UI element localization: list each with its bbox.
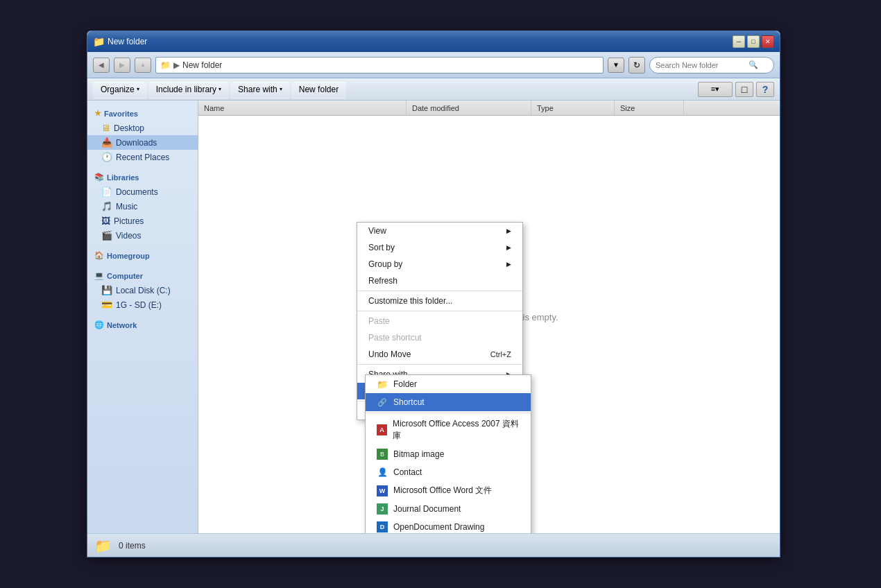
shortcut-file-icon: 🔗 — [377, 397, 388, 408]
sidebar-item-pictures[interactable]: 🖼 Pictures — [87, 214, 198, 228]
organize-arrow-icon: ▾ — [137, 86, 139, 92]
address-bar: ◀ ▶ ▲ 📁 ▶ New folder ▼ ↻ 🔍 — [87, 52, 780, 78]
status-bar: 📁 0 items — [87, 533, 780, 557]
submenu-contact[interactable]: 👤 Contact — [366, 463, 531, 481]
videos-icon: 🎬 — [101, 230, 112, 241]
sidebar-item-downloads[interactable]: 📥 Downloads — [87, 135, 198, 150]
submenu-word[interactable]: W Microsoft Office Word 文件 — [366, 481, 531, 500]
computer-icon-header: 💻 — [94, 271, 104, 280]
dropdown-button[interactable]: ▼ — [608, 58, 624, 73]
show-hide-pane-button[interactable]: □ — [735, 82, 753, 97]
sidebar-item-recent-places[interactable]: 🕐 Recent Places — [87, 150, 198, 164]
sidebar-item-videos[interactable]: 🎬 Videos — [87, 228, 198, 243]
ctx-refresh[interactable]: Refresh — [357, 273, 522, 289]
submenu-journal[interactable]: J Journal Document — [366, 500, 531, 518]
path-folder-icon: 📁 — [160, 60, 171, 70]
favorites-header: ★ Favorites — [87, 106, 198, 121]
local-disk-icon: 💾 — [101, 285, 112, 295]
sidebar-item-local-disk[interactable]: 💾 Local Disk (C:) — [87, 283, 198, 297]
window-title: New folder — [108, 37, 147, 46]
libraries-section: 📚 Libraries 📄 Documents 🎵 Music 🖼 Pictur… — [87, 170, 198, 243]
ctx-customize[interactable]: Customize this folder... — [357, 293, 522, 309]
homegroup-icon: 🏠 — [94, 251, 104, 260]
ctx-sort-by[interactable]: Sort by ▶ — [357, 239, 522, 256]
column-size[interactable]: Size — [615, 101, 684, 115]
computer-section: 💻 Computer 💾 Local Disk (C:) 💳 1G - SD (… — [87, 268, 198, 312]
share-with-button[interactable]: Share with ▾ — [230, 80, 290, 98]
submenu-access[interactable]: A Microsoft Office Access 2007 資料庫 — [366, 415, 531, 445]
include-arrow-icon: ▾ — [219, 86, 221, 92]
organize-button[interactable]: Organize ▾ — [93, 80, 147, 98]
libraries-icon: 📚 — [94, 173, 104, 182]
submenu-folder[interactable]: 📁 Folder — [366, 375, 531, 393]
sidebar-item-music[interactable]: 🎵 Music — [87, 199, 198, 214]
path-folder-name: New folder — [182, 60, 222, 70]
homegroup-section: 🏠 Homegroup — [87, 248, 198, 263]
ctx-group-by[interactable]: Group by ▶ — [357, 256, 522, 273]
libraries-header: 📚 Libraries — [87, 170, 198, 184]
recent-places-icon: 🕐 — [101, 152, 112, 162]
up-button[interactable]: ▲ — [135, 58, 151, 73]
content-area: ★ Favorites 🖥 Desktop 📥 Downloads 🕐 Rece… — [87, 101, 780, 533]
journal-icon: J — [377, 503, 388, 514]
music-icon: 🎵 — [101, 201, 112, 211]
ctx-separator-1 — [357, 291, 522, 291]
ctx-view[interactable]: View ▶ — [357, 223, 522, 239]
sidebar-item-sd-card[interactable]: 💳 1G - SD (E:) — [87, 297, 198, 312]
sidebar-item-desktop[interactable]: 🖥 Desktop — [87, 121, 198, 135]
folder-new-icon: 📁 — [377, 379, 388, 390]
toolbar: Organize ▾ Include in library ▾ Share wi… — [87, 78, 780, 101]
file-area[interactable]: Name Date modified Type Size This folder… — [198, 101, 780, 533]
submenu-bitmap[interactable]: B Bitmap image — [366, 445, 531, 463]
column-name[interactable]: Name — [198, 101, 407, 115]
network-section: 🌐 Network — [87, 318, 198, 332]
ctx-undo-shortcut: Ctrl+Z — [490, 350, 511, 358]
back-button[interactable]: ◀ — [93, 58, 110, 73]
search-box[interactable]: 🔍 — [649, 57, 774, 74]
sidebar-item-documents[interactable]: 📄 Documents — [87, 184, 198, 199]
title-bar-left: 📁 New folder — [93, 36, 147, 47]
refresh-button[interactable]: ↻ — [628, 57, 645, 74]
toolbar-right: ≡▾ □ ? — [698, 82, 774, 97]
documents-icon: 📄 — [101, 187, 112, 197]
views-button[interactable]: ≡▾ — [698, 82, 733, 97]
help-button[interactable]: ? — [756, 82, 774, 97]
search-input[interactable] — [656, 61, 746, 69]
ctx-paste-shortcut: Paste shortcut — [357, 329, 522, 346]
word-icon: W — [377, 485, 388, 496]
downloads-icon: 📥 — [101, 137, 112, 148]
submenu-odraw[interactable]: D OpenDocument Drawing — [366, 518, 531, 533]
submenu-new: 📁 Folder 🔗 Shortcut A Microsoft Office A… — [365, 374, 531, 533]
contact-icon: 👤 — [377, 467, 388, 478]
network-header: 🌐 Network — [87, 318, 198, 332]
network-icon: 🌐 — [94, 320, 104, 329]
column-type[interactable]: Type — [531, 101, 615, 115]
ctx-paste: Paste — [357, 313, 522, 329]
search-icon: 🔍 — [749, 60, 758, 69]
submenu-shortcut[interactable]: 🔗 Shortcut — [366, 393, 531, 411]
window-controls: ─ □ ✕ — [733, 35, 774, 48]
column-headers: Name Date modified Type Size — [198, 101, 780, 116]
submenu-sep-1 — [366, 413, 531, 413]
folder-icon-title: 📁 — [93, 36, 105, 47]
address-path[interactable]: 📁 ▶ New folder — [155, 57, 604, 74]
maximize-button[interactable]: □ — [747, 35, 760, 48]
forward-button[interactable]: ▶ — [114, 58, 130, 73]
ctx-undo-move[interactable]: Undo Move Ctrl+Z — [357, 346, 522, 363]
sidebar: ★ Favorites 🖥 Desktop 📥 Downloads 🕐 Rece… — [87, 101, 198, 533]
status-folder-icon: 📁 — [94, 537, 112, 554]
access-icon: A — [377, 424, 387, 435]
sd-card-icon: 💳 — [101, 300, 112, 310]
share-arrow-icon: ▾ — [280, 86, 282, 92]
pictures-icon: 🖼 — [101, 216, 110, 226]
status-count: 0 items — [119, 541, 146, 551]
new-folder-button[interactable]: New folder — [291, 80, 346, 98]
favorites-section: ★ Favorites 🖥 Desktop 📥 Downloads 🕐 Rece… — [87, 106, 198, 164]
star-icon: ★ — [94, 109, 101, 118]
minimize-button[interactable]: ─ — [733, 35, 745, 48]
column-date[interactable]: Date modified — [407, 101, 531, 115]
include-library-button[interactable]: Include in library ▾ — [148, 80, 229, 98]
close-button[interactable]: ✕ — [762, 35, 774, 48]
title-bar: 📁 New folder ─ □ ✕ — [87, 31, 780, 52]
desktop-icon: 🖥 — [101, 123, 110, 133]
